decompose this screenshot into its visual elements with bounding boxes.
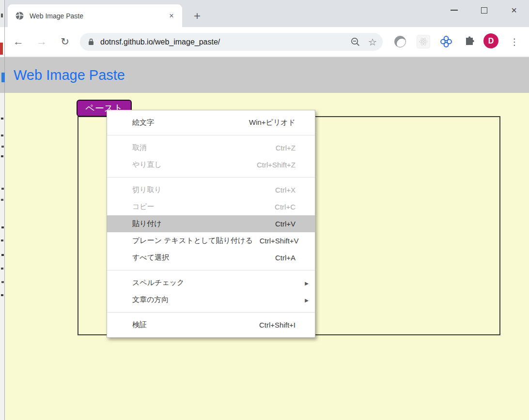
menu-item-shortcut: Ctrl+Shift+V — [260, 237, 299, 245]
close-icon: × — [511, 5, 517, 16]
page-title: Web Image Paste — [14, 67, 125, 83]
menu-item-redo: やり直し Ctrl+Shift+Z — [107, 156, 315, 173]
menu-item-shortcut: Ctrl+Shift+I — [259, 321, 296, 329]
menu-item-label: スペルチェック — [132, 278, 296, 287]
tab-strip: Web Image Paste × + × — [5, 0, 529, 27]
extension-devtools-icon[interactable] — [416, 34, 431, 49]
address-bar[interactable]: dotnsf.github.io/web_image_paste/ ☆ — [80, 33, 383, 51]
globe-favicon-icon — [16, 12, 24, 20]
url-text[interactable]: dotnsf.github.io/web_image_paste/ — [100, 38, 350, 46]
sliver-red-fragment — [0, 43, 3, 55]
new-tab-button[interactable]: + — [190, 9, 204, 23]
menu-separator — [107, 312, 315, 313]
menu-item-shortcut: Ctrl+X — [275, 186, 296, 194]
forward-button: → — [32, 27, 51, 56]
menu-item-label: 取消 — [132, 143, 269, 152]
menu-separator — [107, 177, 315, 178]
menu-item-label: やり直し — [132, 160, 250, 169]
menu-item-emoji[interactable]: 絵文字 Win+ピリオド — [107, 114, 315, 131]
menu-item-shortcut: Ctrl+V — [275, 220, 296, 228]
menu-item-paste[interactable]: 貼り付け Ctrl+V — [107, 215, 315, 232]
window-close-button[interactable]: × — [499, 0, 529, 20]
menu-item-cut: 切り取り Ctrl+X — [107, 181, 315, 198]
extension-moon-icon[interactable] — [392, 34, 408, 49]
submenu-arrow-icon: ▶ — [305, 297, 309, 302]
background-window-sliver — [0, 0, 5, 420]
bookmark-star-icon[interactable]: ☆ — [368, 37, 377, 47]
tab-title: Web Image Paste — [30, 12, 167, 20]
page-header: Web Image Paste — [5, 57, 529, 93]
window-controls: × — [439, 0, 529, 20]
extension-clover-icon[interactable] — [438, 34, 454, 49]
lock-icon — [88, 38, 94, 46]
menu-item-shortcut: Ctrl+Shift+Z — [257, 161, 296, 169]
menu-item-label: コピー — [132, 202, 268, 211]
reload-button[interactable]: ↻ — [55, 27, 75, 56]
maximize-icon — [481, 7, 487, 14]
browser-window: Web Image Paste × + × ← → ↻ — [5, 0, 529, 420]
menu-item-shortcut: Win+ピリオド — [249, 118, 296, 127]
page-body: ペースト 絵文字 Win+ピリオド 取消 Ctrl+Z やり直し Ctrl+Sh… — [5, 93, 529, 420]
menu-item-spellcheck[interactable]: スペルチェック ▶ — [107, 274, 315, 291]
menu-item-label: すべて選択 — [132, 253, 268, 262]
profile-avatar[interactable]: D — [483, 33, 498, 48]
menu-separator — [107, 135, 315, 135]
moon-glyph — [394, 36, 406, 47]
back-button[interactable]: ← — [9, 27, 28, 56]
menu-item-shortcut: Ctrl+C — [275, 203, 296, 211]
screenshot-root: Web Image Paste × + × ← → ↻ — [0, 0, 529, 420]
sliver-blue-text-fragment — [1, 73, 5, 82]
menu-item-shortcut: Ctrl+A — [275, 254, 296, 262]
atom-glyph — [417, 35, 430, 48]
menu-item-label: 検証 — [132, 320, 252, 330]
menu-item-undo: 取消 Ctrl+Z — [107, 139, 315, 156]
menu-item-label: 絵文字 — [132, 118, 242, 127]
menu-separator — [107, 270, 315, 270]
zoom-out-indicator-icon[interactable] — [350, 37, 360, 47]
browser-tab[interactable]: Web Image Paste × — [8, 4, 182, 27]
menu-item-label: プレーン テキストとして貼り付ける — [132, 236, 253, 245]
minimize-icon — [451, 10, 458, 11]
menu-item-label: 切り取り — [132, 185, 268, 195]
sliver-page-fragment — [0, 93, 4, 420]
menu-item-paste-plain[interactable]: プレーン テキストとして貼り付ける Ctrl+Shift+V — [107, 232, 315, 249]
browser-toolbar: ← → ↻ dotnsf.github.io/web_image_paste/ — [5, 27, 529, 56]
menu-item-label: 文章の方向 — [132, 295, 296, 304]
extensions-puzzle-icon[interactable] — [462, 34, 477, 49]
menu-item-copy: コピー Ctrl+C — [107, 198, 315, 215]
context-menu: 絵文字 Win+ピリオド 取消 Ctrl+Z やり直し Ctrl+Shift+Z… — [107, 110, 315, 338]
menu-item-shortcut: Ctrl+Z — [276, 144, 296, 152]
submenu-arrow-icon: ▶ — [305, 280, 309, 285]
sliver-glyph-fragment — [1, 14, 3, 17]
menu-item-text-direction[interactable]: 文章の方向 ▶ — [107, 291, 315, 308]
menu-item-label: 貼り付け — [132, 219, 268, 228]
tab-close-icon[interactable]: × — [167, 12, 176, 20]
menu-item-inspect[interactable]: 検証 Ctrl+Shift+I — [107, 316, 315, 333]
menu-item-select-all[interactable]: すべて選択 Ctrl+A — [107, 249, 315, 266]
browser-menu-icon[interactable]: ⋮ — [507, 34, 522, 49]
sliver-clipped-text-fragments — [1, 118, 3, 120]
window-maximize-button[interactable] — [469, 0, 499, 20]
window-minimize-button[interactable] — [439, 0, 469, 20]
